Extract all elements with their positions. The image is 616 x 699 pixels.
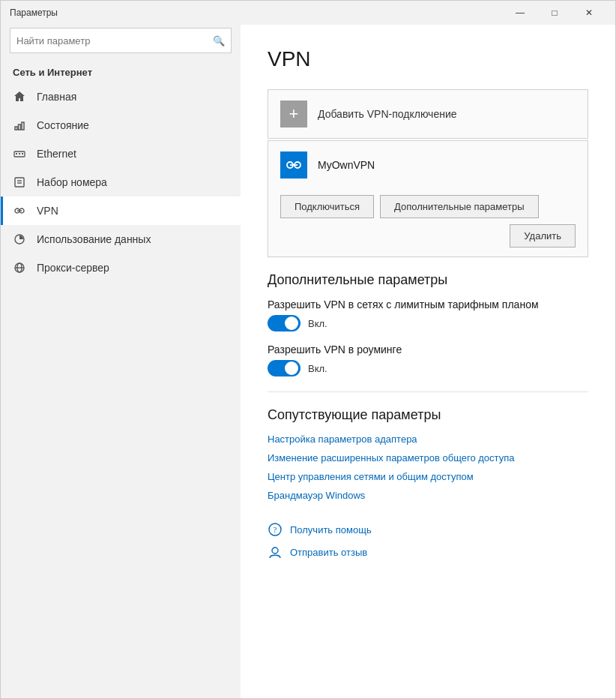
sidebar-item-ethernet-label: Ethernet (37, 148, 76, 160)
vpn-buttons: Подключиться Дополнительные параметры Уд… (268, 189, 588, 256)
vpn-icon (13, 204, 26, 218)
related-link-2[interactable]: Изменение расширенных параметров общего … (268, 452, 588, 464)
section-label: Сеть и Интернет (1, 61, 241, 82)
dialup-icon (13, 176, 26, 189)
setting-row-2: Разрешить VPN в роуминге Вкл. (268, 344, 588, 376)
feedback-icon (268, 544, 283, 560)
sidebar-item-data-usage-label: Использование данных (37, 233, 151, 245)
minimize-button[interactable]: — (503, 1, 537, 25)
sidebar-item-vpn[interactable]: VPN (1, 196, 241, 225)
toggle-2[interactable] (268, 360, 301, 376)
svg-rect-2 (22, 122, 24, 130)
delete-button[interactable]: Удалить (510, 224, 576, 248)
sidebar-item-dialup[interactable]: Набор номера (1, 168, 241, 196)
sidebar-item-proxy-label: Прокси-сервер (37, 262, 109, 274)
related-link-1[interactable]: Настройка параметров адаптера (268, 434, 588, 445)
vpn-connection-name: MyOwnVPN (318, 159, 375, 171)
svg-rect-7 (15, 178, 24, 187)
sidebar-item-status[interactable]: Состояние (1, 111, 241, 140)
close-button[interactable]: ✕ (572, 1, 606, 25)
sidebar-item-vpn-label: VPN (37, 205, 58, 217)
sidebar-item-dialup-label: Набор номера (37, 176, 107, 188)
ethernet-icon (13, 147, 26, 160)
toggle-1[interactable] (268, 315, 301, 332)
svg-rect-5 (19, 153, 20, 154)
divider (268, 392, 588, 392)
help-icon: ? (268, 522, 283, 537)
toggle2-value: Вкл. (308, 363, 327, 374)
advanced-button[interactable]: Дополнительные параметры (380, 195, 539, 218)
home-icon (13, 90, 26, 104)
sidebar-item-home[interactable]: Главная (1, 82, 241, 111)
svg-point-22 (272, 548, 278, 554)
sidebar: 🔍 Сеть и Интернет Главная (1, 25, 241, 698)
feedback-link[interactable]: Отправить отзыв (290, 547, 367, 558)
feedback-row: Отправить отзыв (268, 544, 588, 560)
search-box[interactable]: 🔍 (10, 28, 232, 53)
setting-row-1: Разрешить VPN в сетях с лимитным тарифны… (268, 298, 588, 332)
toggle1-value: Вкл. (308, 318, 327, 329)
related-link-4[interactable]: Брандмауэр Windows (268, 490, 588, 501)
status-icon (13, 118, 26, 132)
toggle-row-1: Вкл. (268, 315, 588, 332)
add-vpn-card[interactable]: + Добавить VPN-подключение (268, 89, 588, 139)
help-row: ? Получить помощь (268, 522, 588, 537)
setting2-label: Разрешить VPN в роуминге (268, 344, 588, 356)
svg-rect-0 (15, 127, 17, 130)
vpn-connection-card: MyOwnVPN Подключиться Дополнительные пар… (268, 140, 588, 257)
search-icon: 🔍 (213, 35, 225, 46)
search-input[interactable] (16, 35, 213, 46)
page-title: VPN (268, 47, 588, 71)
related-link-3[interactable]: Центр управления сетями и общим доступом (268, 471, 588, 482)
window-title: Параметры (10, 8, 503, 18)
add-vpn-label: Добавить VPN-подключение (318, 108, 457, 120)
vpn-connection-icon (280, 152, 307, 178)
add-vpn-icon: + (280, 100, 307, 128)
connect-button[interactable]: Подключиться (280, 195, 374, 218)
vpn-connection-header: MyOwnVPN (268, 141, 588, 189)
main-content: VPN + Добавить VPN-подключение (241, 25, 615, 698)
data-usage-icon (13, 232, 26, 246)
sidebar-item-proxy[interactable]: Прокси-сервер (1, 254, 241, 282)
svg-rect-6 (22, 153, 23, 154)
sidebar-item-ethernet[interactable]: Ethernet (1, 140, 241, 168)
sidebar-item-status-label: Состояние (37, 119, 89, 131)
additional-settings-title: Дополнительные параметры (268, 272, 588, 288)
proxy-icon (13, 261, 26, 274)
setting1-label: Разрешить VPN в сетях с лимитным тарифны… (268, 298, 588, 310)
sidebar-item-home-label: Главная (37, 91, 76, 103)
sidebar-item-data-usage[interactable]: Использование данных (1, 225, 241, 254)
maximize-button[interactable]: □ (537, 1, 572, 25)
svg-rect-1 (19, 124, 21, 130)
svg-rect-4 (16, 153, 17, 154)
svg-text:?: ? (274, 525, 277, 534)
help-link[interactable]: Получить помощь (290, 524, 372, 536)
toggle-row-2: Вкл. (268, 360, 588, 376)
related-title: Сопутствующие параметры (268, 407, 588, 423)
help-section: ? Получить помощь Отправить отзыв (268, 522, 588, 560)
